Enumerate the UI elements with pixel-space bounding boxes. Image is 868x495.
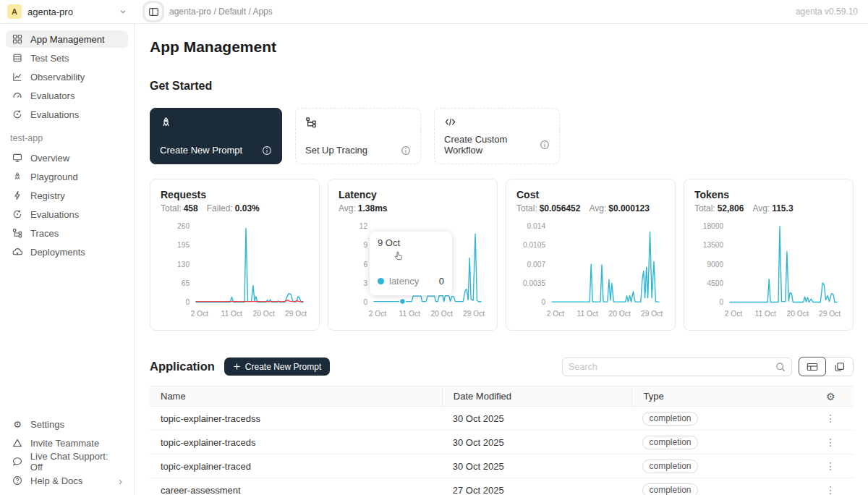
date-modified: 30 Oct 2025: [442, 413, 632, 424]
info-icon[interactable]: [401, 145, 411, 156]
svg-text:195: 195: [177, 241, 190, 249]
column-header-type[interactable]: Type: [631, 386, 807, 406]
svg-text:20 Oct: 20 Oct: [787, 310, 809, 318]
monitor-icon: [12, 153, 23, 163]
sidebar-item-registry[interactable]: Registry: [6, 187, 128, 204]
svg-text:11 Oct: 11 Oct: [221, 310, 243, 318]
table-row[interactable]: topic-explainer-traceds 30 Oct 2025 comp…: [150, 431, 854, 454]
tree-icon: [305, 117, 411, 128]
table-row[interactable]: career-assessment 27 Oct 2025 completion…: [150, 478, 854, 495]
date-modified: 30 Oct 2025: [442, 461, 632, 472]
sidebar-item-evaluations[interactable]: Evaluations: [6, 106, 128, 123]
sidebar-item-observability[interactable]: Observability: [6, 68, 128, 85]
svg-text:11 Oct: 11 Oct: [755, 310, 777, 318]
type-badge: completion: [642, 460, 697, 473]
sidebar-item-app-management[interactable]: App Management: [6, 30, 128, 48]
create-new-prompt-button[interactable]: Create New Prompt: [224, 358, 330, 376]
sidebar-item-traces[interactable]: Traces: [6, 224, 128, 242]
table-settings-gear-icon[interactable]: ⚙: [826, 391, 835, 402]
info-icon[interactable]: [262, 145, 272, 156]
svg-text:2 Oct: 2 Oct: [369, 310, 387, 318]
table-row[interactable]: topic-explainer-tracedss 30 Oct 2025 com…: [150, 407, 854, 431]
svg-text:0.0105: 0.0105: [523, 241, 546, 249]
chart-stats: Avg:1.38ms: [339, 203, 487, 213]
chart-title: Cost: [516, 189, 665, 200]
sidebar-item-playground[interactable]: Playground: [6, 168, 128, 185]
sidebar-item-label: Overview: [30, 153, 69, 164]
workspace-avatar: A: [7, 4, 22, 19]
chart-title: Latency: [339, 189, 487, 200]
table-row[interactable]: topic-explainer-traced 30 Oct 2025 compl…: [150, 454, 854, 478]
chart-line-icon: [12, 72, 23, 82]
svg-text:29 Oct: 29 Oct: [819, 310, 841, 318]
sidebar: App Management Test Sets Observability E…: [0, 24, 135, 495]
date-modified: 27 Oct 2025: [442, 485, 632, 495]
chat-bubble-icon: [12, 457, 23, 467]
sidebar-item-evaluators[interactable]: Evaluators: [6, 87, 128, 104]
info-icon[interactable]: [540, 140, 550, 150]
application-header-row: Application Create New Prompt: [150, 357, 854, 376]
create-new-prompt-card[interactable]: Create New Prompt: [150, 108, 282, 164]
date-modified: 30 Oct 2025: [442, 437, 632, 448]
sidebar-item-label: Invite Teammate: [30, 438, 99, 449]
requests-chart[interactable]: 0651301952602 Oct11 Oct20 Oct29 Oct: [161, 218, 309, 325]
top-header: A agenta-pro agenta-pro / Default / Apps…: [0, 0, 868, 24]
row-menu-icon[interactable]: ⋮: [825, 460, 835, 472]
applications-table: Name Date Modified Type ⚙ topic-explaine…: [150, 386, 854, 495]
card-view-button[interactable]: [825, 358, 853, 376]
svg-text:11 Oct: 11 Oct: [399, 310, 421, 318]
app-name: topic-explainer-tracedss: [150, 413, 442, 424]
row-menu-icon[interactable]: ⋮: [825, 436, 835, 448]
chart-stats: Total:52,806 Avg:115.3: [694, 203, 843, 213]
refresh-circle-icon: [12, 109, 23, 119]
requests-chart-card: Requests Total:458 Failed:0.03% 06513019…: [150, 179, 320, 331]
breadcrumb[interactable]: agenta-pro / Default / Apps: [169, 7, 273, 17]
sidebar-item-test-sets[interactable]: Test Sets: [6, 49, 128, 67]
sidebar-item-deployments[interactable]: Deployments: [6, 243, 128, 261]
sidebar-item-live-chat[interactable]: Live Chat Support: Off: [6, 453, 128, 470]
button-label: Create New Prompt: [245, 362, 321, 372]
sidebar-item-invite-teammate[interactable]: Invite Teammate: [6, 434, 128, 452]
svg-text:0: 0: [719, 298, 723, 306]
table-header: Name Date Modified Type ⚙: [150, 386, 854, 407]
workspace-selector[interactable]: A agenta-pro: [0, 4, 135, 19]
app-name: topic-explainer-traceds: [150, 437, 442, 448]
column-header-date-modified[interactable]: Date Modified: [442, 386, 632, 406]
create-custom-workflow-card[interactable]: Create Custom Workflow: [434, 108, 560, 164]
svg-text:130: 130: [177, 261, 190, 268]
sidebar-item-app-evaluations[interactable]: Evaluations: [6, 206, 128, 223]
cost-chart[interactable]: 00.00350.0070.01050.0142 Oct11 Oct20 Oct…: [516, 218, 665, 325]
search-icon[interactable]: [775, 362, 786, 372]
cost-chart-card: Cost Total:$0.056452 Avg:$0.000123 00.00…: [506, 179, 676, 331]
rocket-icon: [12, 172, 23, 182]
row-menu-icon[interactable]: ⋮: [825, 484, 835, 495]
tokens-chart[interactable]: 04500900013500180002 Oct11 Oct20 Oct29 O…: [694, 218, 843, 325]
search-box: [562, 358, 792, 376]
svg-text:20 Oct: 20 Oct: [253, 310, 275, 318]
rows-icon: [12, 53, 23, 63]
plus-icon: [233, 363, 241, 371]
card-label: Create New Prompt: [160, 145, 242, 156]
chart-tooltip: 9 Oct latency 0: [370, 232, 452, 295]
chevron-right-icon: ›: [119, 475, 122, 486]
sidebar-item-overview[interactable]: Overview: [6, 149, 128, 166]
row-menu-icon[interactable]: ⋮: [825, 412, 835, 424]
svg-text:20 Oct: 20 Oct: [431, 310, 453, 318]
sidebar-item-label: App Management: [30, 34, 105, 45]
sidebar-item-settings[interactable]: ⚙ Settings: [6, 415, 128, 433]
refresh-circle-icon: [12, 209, 23, 219]
sidebar-item-help-docs[interactable]: Help & Docs ›: [6, 472, 128, 489]
hand-cursor-icon: [393, 250, 404, 262]
svg-text:0: 0: [185, 298, 190, 306]
sidebar-collapse-button[interactable]: [145, 3, 162, 20]
svg-text:2 Oct: 2 Oct: [191, 310, 209, 318]
search-input[interactable]: [569, 362, 771, 372]
set-up-tracing-card[interactable]: Set Up Tracing: [295, 108, 421, 164]
svg-text:13500: 13500: [703, 241, 724, 249]
sidebar-item-label: Help & Docs: [30, 475, 82, 486]
sidebar-item-label: Playground: [30, 172, 78, 182]
help-circle-icon: [12, 475, 23, 486]
column-header-name[interactable]: Name: [150, 386, 442, 406]
lightning-icon: [12, 190, 23, 200]
table-view-button[interactable]: [799, 357, 826, 376]
